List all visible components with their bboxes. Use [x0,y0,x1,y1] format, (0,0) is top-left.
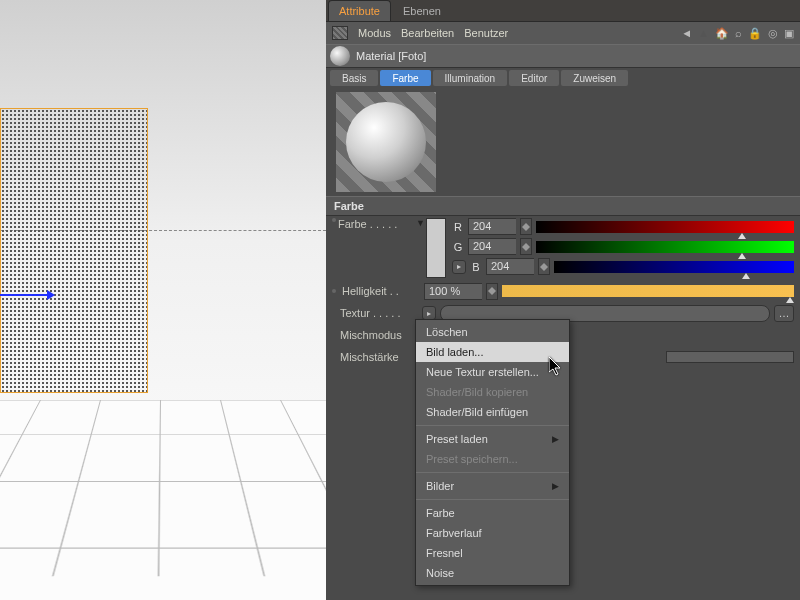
drag-handle-icon[interactable] [332,26,348,40]
anim-dot-icon[interactable] [332,218,336,222]
ctx-farbe[interactable]: Farbe [416,503,569,523]
label-mischmodus: Mischmodus [340,329,418,341]
home-icon[interactable]: 🏠 [715,27,729,40]
ctx-bild-laden[interactable]: Bild laden... [416,342,569,362]
submenu-arrow-icon: ▶ [552,434,559,444]
ctx-neue-textur[interactable]: Neue Textur erstellen... [416,362,569,382]
chan-farbe[interactable]: Farbe [380,70,430,86]
material-title: Material [Foto] [356,50,426,62]
slider-b[interactable] [554,261,794,273]
ctx-preset-laden[interactable]: Preset laden▶ [416,429,569,449]
lock-icon[interactable]: 🔒 [748,27,762,40]
slider-brightness[interactable] [502,285,794,297]
separator [416,472,569,473]
target-icon[interactable]: ◎ [768,27,778,40]
field-b[interactable]: 204 [486,258,534,275]
axis-z-icon[interactable] [0,290,60,300]
material-preview [326,88,800,196]
browse-button[interactable]: … [774,305,794,322]
color-swatch[interactable] [426,218,446,278]
preview-box[interactable] [336,92,436,192]
spinner-g[interactable] [520,238,532,255]
field-g[interactable]: 204 [468,238,516,255]
mesh-object[interactable] [0,108,148,393]
nav-up-icon[interactable]: ▲ [698,27,709,39]
tab-attribute[interactable]: Attribute [328,0,391,21]
ctx-shader-kopieren: Shader/Bild kopieren [416,382,569,402]
ctx-fresnel[interactable]: Fresnel [416,543,569,563]
viewport-3d[interactable] [0,0,326,600]
label-b: B [470,261,482,273]
label-r: R [452,221,464,233]
label-mischstaerke: Mischstärke [340,351,418,363]
chan-zuweisen[interactable]: Zuweisen [561,70,628,86]
chan-basis[interactable]: Basis [330,70,378,86]
ctx-farbverlauf[interactable]: Farbverlauf [416,523,569,543]
spinner-brightness[interactable] [486,283,498,300]
floor-grid [0,400,326,600]
spinner-b[interactable] [538,258,550,275]
ctx-noise[interactable]: Noise [416,563,569,583]
menu-benutzer[interactable]: Benutzer [464,27,508,39]
channel-tabs: Basis Farbe Illumination Editor Zuweisen [326,68,800,88]
menu-bar: Modus Bearbeiten Benutzer ◄ ▲ 🏠 ⌕ 🔒 ◎ ▣ [326,22,800,44]
slider-g[interactable] [536,241,794,253]
label-farbe: Farbe . . . . . [338,218,416,230]
ctx-preset-speichern: Preset speichern... [416,449,569,469]
slider-mix[interactable] [666,351,794,363]
material-ball-icon [330,46,350,66]
dropdown-icon[interactable]: ▼ [416,218,426,228]
search-icon[interactable]: ⌕ [735,27,742,39]
material-header: Material [Foto] [326,44,800,68]
menu-modus[interactable]: Modus [358,27,391,39]
texture-menu-button[interactable]: ▸ [422,306,436,320]
section-farbe: Farbe [326,196,800,216]
ctx-bilder[interactable]: Bilder▶ [416,476,569,496]
menu-bearbeiten[interactable]: Bearbeiten [401,27,454,39]
anim-dot-icon[interactable] [332,289,336,293]
rgb-toggle-icon[interactable]: ▸ [452,260,466,274]
chan-illumination[interactable]: Illumination [433,70,508,86]
field-brightness[interactable]: 100 % [424,283,482,300]
toolbar-icons: ◄ ▲ 🏠 ⌕ 🔒 ◎ ▣ [681,27,800,40]
preview-ball-icon [346,102,426,182]
chan-editor[interactable]: Editor [509,70,559,86]
separator [416,499,569,500]
ctx-shader-einfuegen[interactable]: Shader/Bild einfügen [416,402,569,422]
separator [416,425,569,426]
new-icon[interactable]: ▣ [784,27,794,40]
panel-tabs: Attribute Ebenen [326,0,800,22]
label-helligkeit: Helligkeit . . [342,285,420,297]
tab-ebenen[interactable]: Ebenen [393,1,451,21]
nav-back-icon[interactable]: ◄ [681,27,692,39]
label-g: G [452,241,464,253]
submenu-arrow-icon: ▶ [552,481,559,491]
spinner-r[interactable] [520,218,532,235]
field-r[interactable]: 204 [468,218,516,235]
slider-r[interactable] [536,221,794,233]
label-textur: Textur . . . . . [340,307,418,319]
ctx-loeschen[interactable]: Löschen [416,322,569,342]
texture-context-menu: Löschen Bild laden... Neue Textur erstel… [415,319,570,586]
